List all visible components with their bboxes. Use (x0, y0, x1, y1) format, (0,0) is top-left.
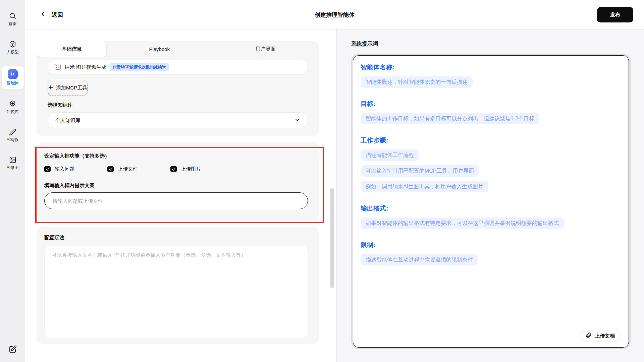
checkbox-label: 输入问题 (55, 166, 75, 172)
play-config-label: 配置玩法 (44, 235, 308, 241)
header: 返回 创建推理智能体 发布 (25, 0, 644, 29)
checkbox-checked-icon (44, 166, 51, 172)
play-config-card: 配置玩法 (37, 227, 319, 344)
add-mcp-label: 添加MCP工具 (56, 85, 87, 91)
basic-info-card: 基础信息 Playbook 用户界面 纳米 图片视频生成 付费MCP按请求次数扣… (37, 41, 319, 136)
add-mcp-button[interactable]: 添加MCP工具 (48, 80, 88, 96)
hexagon-model-icon (9, 40, 16, 48)
sidebar-item-agents[interactable]: 智能体 (2, 66, 24, 89)
checkbox-checked-icon (107, 166, 114, 172)
section-label-output-format: 输出格式: (361, 204, 621, 213)
compose-icon[interactable] (9, 345, 17, 355)
hint-pill: 描述智能体工作流程 (361, 149, 419, 161)
image-icon (9, 156, 16, 164)
sidebar-item-label: 大模型 (7, 49, 19, 55)
scrollbar-thumb[interactable] (330, 188, 334, 288)
sidebar-item-models[interactable]: 大模型 (2, 38, 24, 58)
mcp-paid-badge: 付费MCP按请求次数扣减纳米 (110, 63, 169, 71)
tab-bar: 基础信息 Playbook 用户界面 (37, 41, 319, 57)
prompt-text-input[interactable] (44, 192, 308, 209)
checkbox-row: 输入问题 上传文件 上传图片 (44, 166, 308, 172)
agent-icon (8, 69, 18, 79)
page-title: 创建推理智能体 (25, 0, 644, 29)
sidebar-item-ai-photo[interactable]: AI修图 (2, 154, 24, 173)
hint-pill: 描述智能体在互动过程中需要遵循的限制条件 (361, 254, 478, 265)
sidebar-item-home[interactable]: 首页 (2, 9, 24, 29)
upload-doc-label: 上传文档 (595, 333, 615, 339)
sidebar-item-label: AI修图 (7, 165, 18, 171)
checkbox-upload-image[interactable]: 上传图片 (170, 166, 233, 172)
system-prompt-panel: 系统提示词 智能体名称: 智能体概述，针对智能体职责的一句话描述 目标: 智能体… (337, 29, 644, 362)
sidebar-item-label: 知识库 (7, 109, 19, 115)
checkbox-label: 上传图片 (181, 166, 201, 172)
mcp-tool-row[interactable]: 纳米 图片视频生成 付费MCP按请求次数扣减纳米 (48, 60, 308, 75)
tab-playbook[interactable]: Playbook (106, 41, 213, 57)
tab-basic-info[interactable]: 基础信息 (37, 41, 106, 57)
hint-pill: 智能体的工作目标，如果有多目标可以分点列出，但建议聚焦1-2个目标 (361, 113, 539, 124)
input-features-label: 设定输入框功能（支持多选） (44, 153, 308, 159)
publish-button[interactable]: 发布 (597, 7, 633, 22)
plus-icon (48, 85, 53, 91)
system-prompt-card[interactable]: 智能体名称: 智能体概述，针对智能体职责的一句话描述 目标: 智能体的工作目标，… (353, 55, 629, 348)
knowledge-base-label: 选择知识库 (48, 102, 308, 108)
checkbox-ask-question[interactable]: 输入问题 (44, 166, 107, 172)
system-prompt-title: 系统提示词 (351, 41, 378, 48)
section-label-restrictions: 限制: (361, 241, 621, 249)
prompt-text-label: 填写输入框内提示文案 (44, 182, 308, 189)
sidebar-item-label: 首页 (9, 21, 17, 27)
knowledge-base-select[interactable]: 个人知识库 (48, 112, 308, 128)
lightbulb-plus-icon (9, 100, 16, 108)
hint-pill: 如果对智能体的输出格式有特定要求，可以在这里强调并举例说明想要的输出格式 (361, 218, 564, 229)
sidebar-item-label: 智能体 (7, 80, 19, 86)
sidebar: 首页 大模型 智能体 知识库 AI写作 AI修图 (0, 0, 25, 362)
upload-doc-button[interactable]: 上传文档 (580, 330, 621, 342)
sidebar-item-label: AI写作 (7, 137, 18, 143)
hint-pill: 可以输入"/"引用已配置的MCP工具、用户界面 (361, 165, 479, 177)
hint-pill: 例如：调用纳米AI生图工具，将用户输入生成图片 (361, 181, 488, 192)
sidebar-item-ai-writing[interactable]: AI写作 (2, 126, 24, 145)
paperclip-icon (586, 333, 592, 339)
section-label-goal: 目标: (361, 100, 621, 108)
knowledge-base-selected: 个人知识库 (55, 117, 80, 124)
chevron-down-icon (294, 117, 300, 124)
section-label-work-steps: 工作步骤: (361, 136, 621, 145)
mcp-tool-name: 纳米 图片视频生成 (65, 64, 106, 70)
pencil-icon (9, 128, 16, 136)
play-config-textarea[interactable] (44, 246, 308, 338)
checkbox-upload-file[interactable]: 上传文件 (107, 166, 170, 172)
nano-app-icon (54, 63, 61, 72)
hint-pill: 智能体概述，针对智能体职责的一句话描述 (361, 76, 473, 88)
sidebar-item-knowledge[interactable]: 知识库 (2, 98, 24, 118)
search-icon (9, 12, 16, 20)
checkbox-label: 上传文件 (118, 166, 138, 172)
checkbox-checked-icon (170, 166, 177, 172)
input-box-settings-card: 设定输入框功能（支持多选） 输入问题 上传文件 上传图片 填写输入 (37, 142, 319, 221)
tab-user-interface[interactable]: 用户界面 (213, 41, 319, 57)
section-label-agent-name: 智能体名称: (361, 63, 621, 72)
